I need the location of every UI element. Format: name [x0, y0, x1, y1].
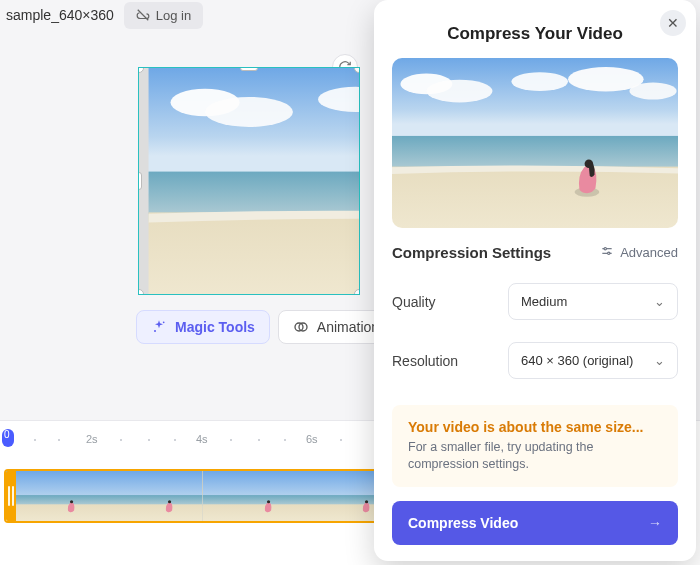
compress-video-button[interactable]: Compress Video →	[392, 501, 678, 545]
cta-label: Compress Video	[408, 515, 518, 531]
arrow-right-icon: →	[648, 515, 662, 531]
animation-icon	[293, 319, 309, 335]
quality-value: Medium	[521, 294, 567, 309]
svg-point-22	[608, 252, 610, 254]
quality-label: Quality	[392, 294, 436, 310]
tick-label: 4s	[196, 433, 208, 445]
playhead-label: 0	[4, 429, 10, 440]
quality-select[interactable]: Medium ⌄	[508, 283, 678, 320]
canvas-video-frame[interactable]	[138, 67, 360, 295]
advanced-label: Advanced	[620, 245, 678, 260]
svg-point-20	[604, 248, 606, 250]
tick-label: 2s	[86, 433, 98, 445]
settings-heading: Compression Settings	[392, 244, 551, 261]
info-subtitle: For a smaller file, try updating the com…	[408, 439, 662, 473]
compress-panel: ✕ Compress Your Video Compression Settin…	[374, 0, 696, 561]
sparkle-icon	[151, 319, 167, 335]
close-icon: ✕	[667, 15, 679, 31]
advanced-link[interactable]: Advanced	[600, 244, 678, 261]
panel-title: Compress Your Video	[392, 24, 678, 44]
svg-point-16	[154, 330, 156, 332]
resolution-select[interactable]: 640 × 360 (original) ⌄	[508, 342, 678, 379]
login-button[interactable]: Log in	[124, 2, 203, 29]
resize-handle[interactable]	[138, 172, 142, 190]
clip-trim-handle[interactable]	[6, 471, 16, 521]
resolution-value: 640 × 360 (original)	[521, 353, 633, 368]
info-box: Your video is about the same size... For…	[392, 405, 678, 487]
animation-label: Animation	[317, 319, 379, 335]
chevron-down-icon: ⌄	[654, 294, 665, 309]
video-preview	[139, 68, 359, 294]
magic-tools-label: Magic Tools	[175, 319, 255, 335]
resize-handle[interactable]	[240, 67, 258, 71]
cloud-off-icon	[136, 8, 150, 22]
info-title: Your video is about the same size...	[408, 419, 662, 435]
close-button[interactable]: ✕	[660, 10, 686, 36]
magic-tools-button[interactable]: Magic Tools	[136, 310, 270, 344]
resolution-label: Resolution	[392, 353, 458, 369]
login-label: Log in	[156, 8, 191, 23]
svg-point-15	[163, 321, 165, 323]
tick-label: 6s	[306, 433, 318, 445]
sliders-icon	[600, 244, 614, 261]
panel-video-preview	[392, 58, 678, 228]
resize-handle[interactable]	[354, 289, 360, 295]
filename-label: sample_640×360	[6, 7, 114, 23]
chevron-down-icon: ⌄	[654, 353, 665, 368]
